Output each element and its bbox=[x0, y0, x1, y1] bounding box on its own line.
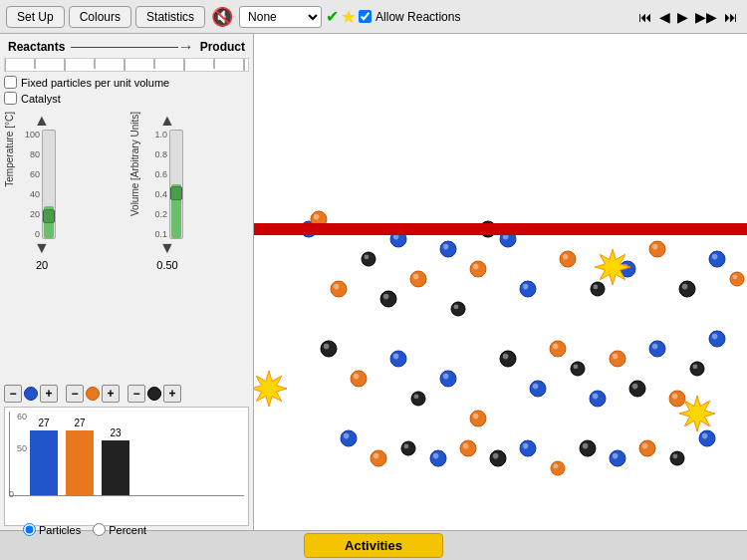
bar-blue: 27 bbox=[30, 418, 58, 495]
black-ctrl-group: − + bbox=[127, 385, 181, 403]
playback-end-button[interactable]: ⏭ bbox=[721, 7, 741, 27]
chart-area: 60 50 27 27 23 bbox=[4, 407, 249, 526]
blue-ctrl-group: − + bbox=[4, 385, 58, 403]
orange-plus-btn[interactable]: + bbox=[102, 385, 120, 403]
particles-radio-item: Particles bbox=[23, 523, 81, 536]
main-layout: Reactants → Product // ruler ticks bbox=[0, 34, 747, 530]
volume-value: 0.50 bbox=[156, 259, 177, 271]
blue-plus-btn[interactable]: + bbox=[40, 385, 58, 403]
playback-back-button[interactable]: ◀ bbox=[656, 7, 673, 27]
black-minus-btn[interactable]: − bbox=[127, 385, 145, 403]
simulation-area bbox=[254, 34, 747, 530]
statistics-button[interactable]: Statistics bbox=[135, 6, 205, 28]
bar-orange-label: 27 bbox=[74, 418, 85, 428]
volume-axis-label: Volume [Arbitrary Units] bbox=[129, 112, 140, 216]
colours-button[interactable]: Colours bbox=[69, 6, 131, 28]
toolbar: Set Up Colours Statistics 🔇 None Heat Ma… bbox=[0, 0, 747, 34]
ruler: // ruler ticks bbox=[4, 58, 249, 72]
allow-reactions-label: Allow Reactions bbox=[375, 10, 460, 24]
playback-ff-button[interactable]: ▶▶ bbox=[692, 7, 720, 27]
catalyst-checkbox[interactable] bbox=[4, 92, 17, 105]
black-plus-btn[interactable]: + bbox=[163, 385, 181, 403]
green-check-icon: ✔ bbox=[326, 7, 339, 26]
star-icon: ★ bbox=[341, 6, 357, 28]
product-label: Product bbox=[200, 40, 245, 54]
none-select[interactable]: None Heat Map Speed bbox=[239, 6, 322, 28]
activities-button[interactable]: Activities bbox=[304, 533, 443, 558]
slider-controls-row: − + − + − + bbox=[4, 385, 249, 403]
bar-orange: 27 bbox=[66, 418, 94, 495]
temp-slider-track[interactable] bbox=[42, 130, 56, 239]
percent-radio-item: Percent bbox=[93, 523, 146, 536]
bar-black: 23 bbox=[102, 427, 129, 495]
particle-canvas bbox=[254, 34, 747, 530]
percent-radio-label: Percent bbox=[109, 524, 146, 536]
blue-dot bbox=[24, 387, 38, 401]
orange-minus-btn[interactable]: − bbox=[66, 385, 84, 403]
setup-button[interactable]: Set Up bbox=[6, 6, 65, 28]
volume-down-arrow[interactable]: ▼ bbox=[159, 239, 175, 257]
temp-up-arrow[interactable]: ▲ bbox=[34, 112, 50, 130]
reactants-product-bar: Reactants → Product bbox=[4, 38, 249, 56]
bar-chart: 27 27 23 bbox=[9, 412, 244, 496]
allow-reactions-checkbox[interactable] bbox=[359, 10, 372, 23]
fixed-particles-row: Fixed particles per unit volume bbox=[4, 76, 249, 89]
barrier-line bbox=[254, 223, 747, 235]
chart-y-axis: 60 50 bbox=[9, 412, 27, 496]
radio-row: Particles Percent bbox=[9, 523, 244, 536]
volume-up-arrow[interactable]: ▲ bbox=[159, 112, 175, 130]
playback-play-button[interactable]: ▶ bbox=[674, 7, 691, 27]
fixed-particles-label: Fixed particles per unit volume bbox=[21, 77, 169, 89]
bar-black-bar bbox=[102, 440, 129, 495]
bar-orange-bar bbox=[66, 430, 94, 495]
left-panel: Reactants → Product // ruler ticks bbox=[0, 34, 254, 530]
volume-icon[interactable]: 🔇 bbox=[211, 6, 233, 28]
bar-black-label: 23 bbox=[110, 427, 121, 438]
particles-radio-label: Particles bbox=[39, 524, 81, 536]
percent-radio[interactable] bbox=[93, 523, 106, 536]
fixed-particles-checkbox[interactable] bbox=[4, 76, 17, 89]
catalyst-row: Catalyst bbox=[4, 92, 249, 105]
temp-down-arrow[interactable]: ▼ bbox=[34, 239, 50, 257]
reactants-label: Reactants bbox=[8, 40, 65, 54]
temp-value: 20 bbox=[36, 259, 48, 271]
bar-blue-bar bbox=[30, 430, 58, 495]
playback-controls: ⏮ ◀ ▶ ▶▶ ⏭ bbox=[635, 7, 741, 27]
bar-blue-label: 27 bbox=[38, 418, 49, 428]
sliders-container: Temperature [°C] ▲ 100 80 60 40 20 0 bbox=[4, 112, 249, 381]
allow-reactions-group: ✔ ★ Allow Reactions bbox=[326, 6, 460, 28]
playback-start-button[interactable]: ⏮ bbox=[635, 7, 655, 27]
y-zero-label: 0 bbox=[9, 489, 14, 499]
catalyst-label: Catalyst bbox=[21, 93, 61, 105]
blue-minus-btn[interactable]: − bbox=[4, 385, 22, 403]
dropdown-container: None Heat Map Speed bbox=[239, 6, 322, 28]
particles-radio[interactable] bbox=[23, 523, 36, 536]
orange-dot bbox=[86, 387, 100, 401]
temp-axis-label: Temperature [°C] bbox=[4, 112, 15, 187]
orange-ctrl-group: − + bbox=[66, 385, 120, 403]
volume-slider-track[interactable] bbox=[169, 130, 183, 239]
black-dot bbox=[147, 387, 161, 401]
